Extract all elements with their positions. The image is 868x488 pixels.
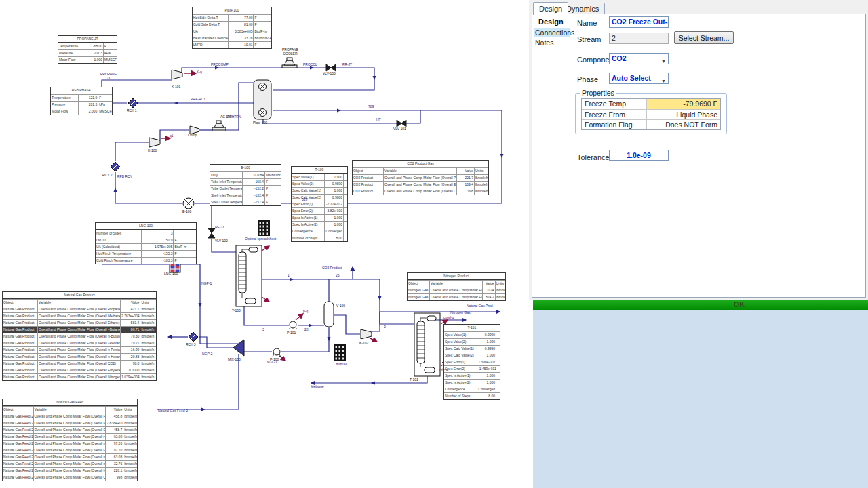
compressor-K-101-icon[interactable] (172, 70, 182, 79)
property-row[interactable]: Freeze From Liquid Phase (582, 109, 720, 119)
pfd-table-plate-100[interactable]: Plate 100Hot Side Delta T77.00FCold Side… (192, 7, 272, 49)
equipment-label: RCY 2 (102, 173, 113, 177)
pfd-table-row: Hot Side Delta T77.00F (193, 14, 271, 21)
pfd-table-e-100[interactable]: E-100Duty0.7084MMBtu/hrTube Inlet Temper… (210, 164, 281, 206)
pfd-table-row: Spec Value(2)0.9800 (292, 180, 347, 187)
pfd-table-cell: 201.3 (85, 50, 104, 56)
property-value[interactable]: Liquid Phase (647, 110, 720, 119)
pfd-table-rfb-phase[interactable]: RFB PHASETemperature-121.9FPressure201.3… (50, 87, 113, 115)
cooler-propane-cooler-icon[interactable] (282, 58, 297, 68)
tab-design[interactable]: Design (533, 2, 568, 15)
pfd-table-row: Natural Gas Feed-2Overall and Phase Comp… (3, 426, 137, 433)
pfd-table-row: Natural Gas Feed-2Overall and Phase Comp… (3, 413, 137, 420)
pfd-table-cell: 20.83 (121, 354, 140, 360)
status-bar (533, 300, 868, 310)
pfd-table-natural-gas-feed[interactable]: Natural Gas FeedObjectVariableValueUnits… (2, 399, 138, 481)
recycle-RCY-3-icon[interactable] (189, 332, 198, 342)
pfd-table-row: Spec Is Active(1)1.000 (292, 214, 347, 221)
pfd-table-co2-product[interactable]: CO2 Product GasObjectVariableValueUnitsC… (352, 160, 489, 195)
valve-VLV-102-icon[interactable] (208, 228, 215, 238)
pfd-table-row: Natural Gas ProductOverall and Phase Com… (3, 367, 156, 373)
pump-P-101-icon[interactable] (289, 321, 297, 329)
pfd-table-cell: Spec Is Active(2) (444, 380, 477, 386)
pfd-table-cell: Natural Gas Product (3, 313, 38, 319)
pfd-table-cell: 458.8 (106, 413, 123, 420)
chevron-down-icon: ▼ (661, 56, 666, 64)
spreadsheet-icon[interactable] (258, 220, 270, 236)
pfd-table-cell: Converged (325, 228, 344, 235)
compressor-K-102-icon[interactable] (361, 329, 372, 339)
property-value[interactable]: Does NOT Form (647, 120, 720, 129)
nav-item-connections[interactable]: Connections (534, 28, 570, 37)
compressor-K-100-icon[interactable] (149, 138, 160, 147)
pfd-table-row: Natural Gas ProductOverall and Phase Com… (3, 346, 156, 353)
pfd-table-t-101-spec[interactable]: T-101Spec Value(1)0.9990Spec Value(2)1.0… (443, 324, 500, 400)
pfd-table-cell (496, 380, 500, 386)
property-row[interactable]: Formation Flag Does NOT Form (582, 119, 720, 129)
pfd-table-cell (344, 222, 347, 228)
equipment-label: E-100 (182, 209, 191, 214)
select-stream-button[interactable]: Select Stream... (674, 31, 734, 44)
process-flow-diagram[interactable]: PROPANE JTTemperature-68.00FPressure201.… (0, 0, 529, 488)
tolerance-input[interactable]: 1.0e-09 (609, 150, 669, 161)
pfd-table-propane-jt[interactable]: PROPANE JTTemperature-68.00FPressure201.… (58, 35, 117, 64)
name-input[interactable]: CO2 Freeze Out-2 (609, 16, 669, 28)
pfd-table-cell: 86.71 (121, 327, 140, 333)
nav-separator (570, 15, 570, 295)
column-T-100-icon[interactable] (236, 245, 262, 306)
stream-label: Natural Gas Feed-2 (158, 409, 188, 413)
recycle-RCY-2-icon[interactable] (111, 162, 120, 171)
pfd-table-t-100-spec[interactable]: T-100Spec Value(1)1.000Spec Value(2)0.98… (291, 166, 348, 242)
recycle-RCY-1-icon[interactable] (128, 98, 138, 108)
pfd-table-cell (344, 201, 347, 207)
pfd-table-cell: 581.4 (121, 320, 140, 326)
pfd-table-cell: Object (408, 281, 430, 287)
mixer-MIX-100-icon[interactable] (233, 340, 244, 356)
separator-V-100-icon[interactable] (324, 302, 334, 327)
pfd-table-row: Natural Gas Feed-2Overall and Phase Comp… (3, 460, 137, 467)
pfd-table-lng-100[interactable]: LNG 100Number of Sides3LMTD50.9FUA (Calc… (95, 222, 197, 264)
column-T-101-icon[interactable] (414, 313, 440, 376)
pfd-table-cell: F (254, 42, 271, 48)
pfd-table-row: Molar Flow2.000MMSCFD (51, 108, 112, 115)
pfd-table-cell (344, 181, 347, 187)
pfd-table-cell: Pressure (58, 50, 85, 56)
property-row[interactable]: Freeze Temp -79.9690 F (582, 99, 720, 109)
stream-label: 529 (302, 197, 307, 201)
pfd-table-row: Natural Gas ProductOverall and Phase Com… (3, 333, 156, 340)
nav-item-notes[interactable]: Notes (534, 38, 570, 47)
pfd-table-cell: MMSCFD (98, 108, 112, 115)
pfd-table-cell: MMBtu/hr (265, 172, 281, 178)
cooler-AC-100-icon[interactable] (212, 121, 226, 130)
pump-P-100-icon[interactable] (273, 348, 281, 357)
component-dropdown[interactable]: CO2 ▼ (609, 53, 669, 64)
pfd-table-cell: Overall and Phase Comp Molar Flow (Overa… (38, 313, 121, 319)
exchanger-E-100-icon[interactable] (183, 198, 194, 209)
pfd-table-row: ConvergenceConverged (444, 386, 500, 392)
pfd-table-cell: Overall and Phase Comp Molar Flow (Overa… (34, 461, 106, 467)
pfd-table-cell: Temperature (58, 43, 85, 49)
pfd-table-row: Spec Is Active(2)1.000 (444, 379, 500, 386)
pfd-table-cell: Convergence (292, 228, 325, 235)
pfd-table-row: Natural Gas Feed-2Overall and Phase Comp… (3, 447, 137, 453)
pfd-table-cell: Natural Gas Product (3, 361, 38, 367)
pfd-table-row: Natural Gas ProductOverall and Phase Com… (3, 319, 156, 326)
pfd-table-cell: Overall and Phase Comp Molar Flow (Overa… (430, 294, 483, 300)
property-value[interactable]: -79.9690 F (647, 99, 720, 109)
pfd-table-cell: Value (121, 300, 140, 306)
pfd-table-row: Natural Gas ProductOverall and Phase Com… (3, 353, 156, 360)
pfd-table-cell: Natural Gas Product (3, 320, 38, 326)
stream-input[interactable]: 2 (609, 33, 669, 44)
valve-VLV-100-icon[interactable] (326, 64, 336, 71)
pfd-table-nitrogen-product[interactable]: Nitrogen ProductObjectVariableValueUnits… (407, 272, 506, 301)
phase-dropdown[interactable]: Auto Select ▼ (609, 73, 669, 84)
pfd-table-cell: 8.00 (477, 393, 496, 399)
spreadsheet-icon[interactable] (334, 344, 346, 361)
pfd-table-cell (344, 174, 347, 180)
pfd-table-cell (344, 208, 347, 214)
valve-VLV-101-icon[interactable] (397, 120, 406, 127)
pfd-table-natural-gas-product[interactable]: Natural Gas ProductObjectVariableValueUn… (2, 291, 157, 381)
pfd-table-cell: F (174, 237, 196, 243)
plate-exchanger-Plate-100-icon[interactable] (254, 80, 271, 119)
energy-label: reb-q (439, 367, 448, 371)
